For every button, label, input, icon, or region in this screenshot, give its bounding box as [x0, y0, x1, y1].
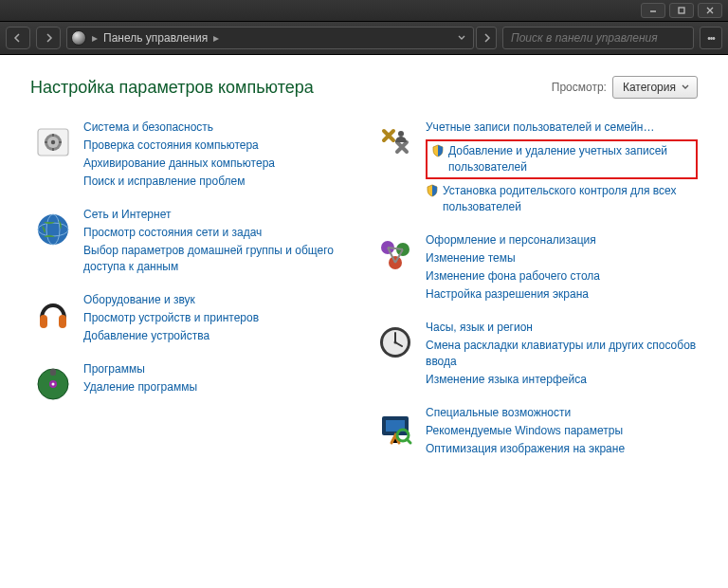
maximize-button[interactable]	[669, 3, 694, 18]
breadcrumb-item[interactable]: Панель управления	[103, 31, 208, 45]
headphones-icon	[30, 292, 76, 338]
svg-point-4	[51, 140, 55, 144]
address-dropdown-icon[interactable]	[454, 30, 469, 46]
task-link[interactable]: Выбор параметров домашней группы и общег…	[83, 243, 355, 275]
category-link-system[interactable]: Система и безопасность	[83, 119, 275, 136]
search-box[interactable]	[502, 27, 694, 49]
task-link[interactable]: Настройка разрешения экрана	[426, 286, 600, 303]
svg-rect-14	[50, 369, 56, 376]
category-hardware: Оборудование и звук Просмотр устройств и…	[30, 292, 355, 344]
category-network: Сеть и Интернет Просмотр состояния сети …	[30, 207, 355, 275]
task-link[interactable]: Удаление программы	[83, 379, 197, 395]
category-link-hardware[interactable]: Оборудование и звук	[83, 292, 259, 308]
task-link[interactable]: Поиск и исправление проблем	[83, 174, 275, 190]
search-input[interactable]	[509, 30, 687, 46]
highlighted-link: Добавление и удаление учетных записей по…	[426, 139, 698, 179]
category-columns: Система и безопасность Проверка состояни…	[30, 119, 698, 457]
view-by-control: Просмотр: Категория	[552, 76, 698, 99]
forward-button[interactable]	[36, 27, 61, 49]
users-icon	[373, 119, 418, 165]
uac-shield-icon	[426, 184, 439, 197]
svg-point-13	[52, 383, 55, 386]
svg-rect-0	[679, 8, 684, 13]
ease-of-access-icon	[373, 405, 418, 450]
category-appearance: Оформление и персонализация Изменение те…	[373, 232, 698, 303]
close-button[interactable]	[698, 3, 722, 18]
safe-icon	[30, 119, 76, 165]
task-link[interactable]: Изменение языка интерфейса	[426, 372, 698, 388]
chevron-right-icon: ▸	[213, 31, 219, 45]
svg-point-15	[398, 131, 404, 137]
page-title: Настройка параметров компьютера	[30, 78, 314, 98]
content-header: Настройка параметров компьютера Просмотр…	[30, 76, 698, 99]
category-link-programs[interactable]: Программы	[83, 361, 197, 377]
chevron-right-icon: ▸	[92, 31, 98, 45]
task-link[interactable]: Просмотр устройств и принтеров	[83, 310, 259, 326]
minimize-button[interactable]	[641, 3, 665, 18]
category-link-clock[interactable]: Часы, язык и регион	[426, 320, 698, 336]
svg-point-21	[394, 341, 397, 344]
view-by-label: Просмотр:	[552, 81, 607, 94]
category-ease-of-access: Специальные возможности Рекомендуемые Wi…	[373, 405, 698, 457]
address-bar[interactable]: ▸ Панель управления ▸	[66, 27, 474, 49]
task-link[interactable]: Оптимизация изображения на экране	[426, 441, 625, 457]
uac-shield-icon	[431, 144, 445, 157]
task-link[interactable]: Проверка состояния компьютера	[83, 138, 275, 154]
category-clock: Часы, язык и регион Смена раскладки клав…	[373, 320, 698, 388]
category-link-network[interactable]: Сеть и Интернет	[83, 207, 355, 223]
back-button[interactable]	[6, 27, 30, 49]
category-system: Система и безопасность Проверка состояни…	[30, 119, 355, 190]
control-panel-window: ▸ Панель управления ▸ ••• Настройка пара…	[0, 0, 728, 588]
task-link[interactable]: Добавление устройства	[83, 328, 259, 344]
category-link-users[interactable]: Учетные записи пользователей и семейн…	[426, 119, 698, 136]
category-link-ease-of-access[interactable]: Специальные возможности	[426, 405, 625, 421]
disc-icon	[30, 361, 76, 407]
view-by-value: Категория	[623, 81, 676, 94]
category-link-appearance[interactable]: Оформление и персонализация	[426, 232, 600, 248]
category-users: Учетные записи пользователей и семейн… Д…	[373, 119, 698, 215]
content-area: Настройка параметров компьютера Просмотр…	[0, 55, 728, 588]
right-column: Учетные записи пользователей и семейн… Д…	[373, 119, 698, 457]
task-link[interactable]: Архивирование данных компьютера	[83, 156, 275, 172]
task-link[interactable]: Изменение темы	[426, 250, 600, 266]
task-link[interactable]: Изменение фона рабочего стола	[426, 268, 600, 285]
title-bar	[0, 0, 728, 22]
task-link[interactable]: Смена раскладки клавиатуры или других сп…	[426, 338, 698, 370]
task-link[interactable]: Рекомендуемые Windows параметры	[426, 423, 625, 439]
search-options-button[interactable]: •••	[700, 27, 722, 49]
appearance-icon	[373, 232, 418, 278]
svg-rect-9	[59, 315, 66, 328]
left-column: Система и безопасность Проверка состояни…	[30, 119, 355, 457]
view-by-dropdown[interactable]: Категория	[612, 76, 698, 99]
svg-rect-8	[40, 315, 47, 328]
control-panel-icon	[71, 30, 86, 46]
refresh-button[interactable]	[476, 27, 497, 49]
nav-bar: ▸ Панель управления ▸ •••	[0, 22, 728, 55]
clock-icon	[373, 320, 418, 365]
svg-point-5	[38, 214, 68, 245]
globe-icon	[30, 207, 76, 252]
task-link-parental-controls[interactable]: Установка родительского контроля для все…	[426, 183, 698, 215]
task-link-add-remove-users[interactable]: Добавление и удаление учетных записей по…	[431, 143, 692, 175]
category-programs: Программы Удаление программы	[30, 361, 355, 407]
task-link[interactable]: Просмотр состояния сети и задач	[83, 225, 355, 241]
